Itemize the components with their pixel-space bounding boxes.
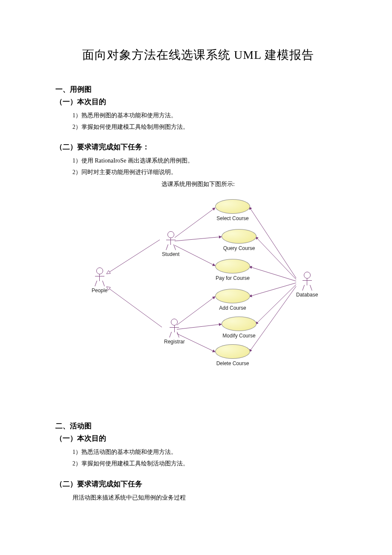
document-page: 面向对象方法在线选课系统 UML 建模报告 一、用例图 （一）本次目的 1）熟悉… (0, 0, 392, 529)
usecase-diagram: People Student Registrar Database Select… (79, 191, 317, 370)
usecase-label: Query Course (222, 245, 257, 251)
section2-sub1-heading: （一）本次目的 (55, 433, 341, 443)
usecase-label: Add Course (215, 305, 250, 311)
actor-people: People (92, 267, 107, 293)
section1-sub1-heading: （一）本次目的 (55, 97, 341, 107)
actor-registrar: Registrar (164, 319, 185, 345)
diagram-caption: 选课系统用例图如下图所示: (55, 180, 341, 188)
svg-line-0 (107, 240, 160, 274)
actor-label: Student (162, 251, 179, 257)
list-item: 1）熟悉用例图的基本功能和使用方法。 (72, 110, 341, 122)
list-item: 1）熟悉活动图的基本功能和使用方法。 (72, 447, 341, 458)
list-item: 2）同时对主要功能用例进行详细说明。 (72, 167, 341, 178)
usecase-label: Modify Course (222, 333, 257, 339)
actor-student: Student (162, 231, 179, 257)
usecase-add: Add Course (215, 289, 250, 311)
usecase-modify: Modify Course (222, 317, 257, 339)
svg-line-3 (175, 237, 222, 241)
section2-sub2-heading: （二）要求请完成如下任务 (55, 479, 341, 489)
usecase-query: Query Course (222, 229, 257, 251)
section2-sub2-body: 用活动图来描述系统中已知用例的业务过程 (72, 492, 341, 504)
section1-heading: 一、用例图 (55, 84, 341, 94)
section2-heading: 二、活动图 (55, 421, 341, 431)
diagram-connectors (79, 191, 317, 370)
usecase-select: Select Course (215, 199, 250, 221)
actor-label: Database (296, 292, 318, 298)
doc-title: 面向对象方法在线选课系统 UML 建模报告 (55, 47, 341, 63)
list-item: 2）掌握如何使用建模工具绘制活动图方法。 (72, 458, 341, 470)
actor-database: Database (296, 272, 318, 298)
list-item: 1）使用 RationaIroSe 画出选课系统的用例图。 (72, 155, 341, 167)
usecase-delete: Delete Course (215, 344, 250, 366)
svg-line-4 (175, 245, 215, 266)
actor-label: Registrar (164, 339, 185, 345)
list-item: 2）掌握如何使用建模工具绘制用例图方法。 (72, 122, 341, 133)
svg-line-9 (256, 237, 296, 279)
usecase-label: Select Course (215, 215, 250, 221)
usecase-label: Pay for Course (215, 275, 250, 281)
usecase-pay: Pay for Course (215, 259, 250, 281)
svg-line-1 (107, 287, 162, 327)
svg-line-2 (175, 208, 215, 238)
section1-sub2-heading: （二）要求请完成如下任务： (55, 142, 341, 152)
svg-line-11 (249, 283, 296, 296)
svg-line-10 (249, 267, 296, 281)
usecase-label: Delete Course (215, 360, 250, 366)
actor-label: People (92, 288, 107, 293)
svg-line-12 (256, 285, 296, 324)
